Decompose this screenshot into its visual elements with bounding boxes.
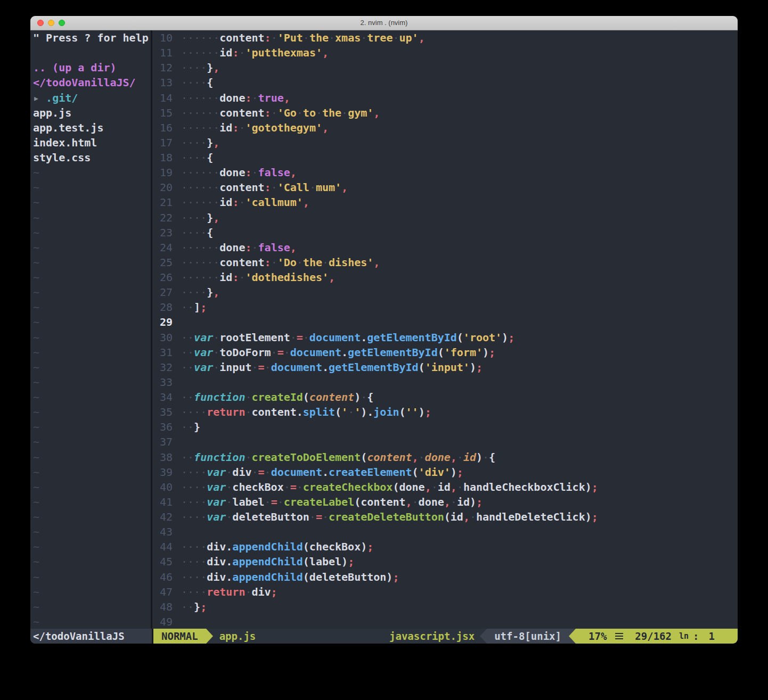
line-number: 12 [152, 60, 173, 75]
empty-buffer-tilde: ~ [30, 375, 151, 390]
code-line-16[interactable]: 16······id:·'gotothegym', [152, 120, 738, 135]
empty-buffer-tilde: ~ [30, 570, 151, 584]
code-line-30[interactable]: 30··var·rootElement·=·document.getElemen… [152, 330, 738, 345]
code-line-35[interactable]: 35····return·content.split('·').join('')… [152, 405, 738, 419]
code-line-23[interactable]: 23····{ [152, 225, 738, 240]
cursor-line-total: 29/162 [635, 629, 672, 644]
code-line-49[interactable]: 49 [152, 614, 738, 629]
code-line-39[interactable]: 39····var·div·=·document.createElement('… [152, 465, 738, 480]
code-line-17[interactable]: 17····}, [152, 135, 738, 150]
explorer-item-up-a-dir[interactable]: .. (up a dir) [30, 60, 151, 75]
code-line-28[interactable]: 28··]; [152, 300, 738, 315]
code-line-42[interactable]: 42····var·deleteButton·=·createDeleteBut… [152, 509, 738, 524]
editor-area: " Press ? for help.. (up a dir)</todoVan… [30, 30, 738, 629]
explorer-item-help-line: " Press ? for help [30, 30, 151, 45]
code-line-26[interactable]: 26······id:·'dothedishes', [152, 270, 738, 285]
code-line-31[interactable]: 31··var·toDoForm·=·document.getElementBy… [152, 345, 738, 360]
code-line-48[interactable]: 48··}; [152, 599, 738, 614]
empty-buffer-tilde: ~ [30, 240, 151, 255]
explorer-item-file-app-js[interactable]: app.js [30, 105, 151, 120]
code-line-36[interactable]: 36··} [152, 419, 738, 434]
code-line-20[interactable]: 20······content:·'Call·mum', [152, 180, 738, 195]
code-line-14[interactable]: 14······done:·true, [152, 90, 738, 105]
titlebar[interactable]: 2. nvim . (nvim) [30, 16, 738, 30]
line-number: 39 [152, 465, 173, 480]
empty-buffer-tilde: ~ [30, 539, 151, 554]
code-line-15[interactable]: 15······content:·'Go·to·the·gym', [152, 105, 738, 120]
code-line-41[interactable]: 41····var·label·=·createLabel(content,·d… [152, 495, 738, 509]
mode-indicator: NORMAL [153, 629, 206, 644]
statusline-encoding: utf-8[unix] [487, 629, 569, 644]
code-text: ······done:·true, [173, 90, 290, 105]
code-text: ····{ [173, 150, 213, 165]
code-line-21[interactable]: 21······id:·'callmum', [152, 195, 738, 210]
code-text: ····{ [173, 225, 213, 240]
code-text: ····return·content.split('·').join(''); [173, 405, 431, 419]
code-text: ····{ [173, 75, 213, 90]
line-number: 44 [152, 539, 173, 554]
line-number: 18 [152, 150, 173, 165]
empty-buffer-tilde: ~ [30, 405, 151, 419]
code-text: ····div.appendChild(deleteButton); [173, 570, 399, 584]
code-line-47[interactable]: 47····return·div; [152, 584, 738, 599]
code-text: ··} [173, 419, 200, 434]
code-line-13[interactable]: 13····{ [152, 75, 738, 90]
code-line-11[interactable]: 11······id:·'putthexmas', [152, 45, 738, 60]
line-number: 29 [152, 315, 173, 330]
line-number: 26 [152, 270, 173, 285]
file-explorer: " Press ? for help.. (up a dir)</todoVan… [30, 30, 151, 629]
code-line-10[interactable]: 10······content:·'Put·the·xmas·tree·up', [152, 30, 738, 45]
code-text [173, 434, 181, 449]
line-number: 27 [152, 285, 173, 300]
code-line-43[interactable]: 43 [152, 524, 738, 539]
code-line-44[interactable]: 44····div.appendChild(checkBox); [152, 539, 738, 554]
statusline-position: 17% 29/162 ln : 1 [576, 629, 738, 644]
code-line-19[interactable]: 19······done:·false, [152, 165, 738, 180]
code-text: ······content:·'Do·the·dishes', [173, 255, 380, 270]
line-number: 38 [152, 450, 173, 465]
code-text [173, 375, 181, 390]
empty-buffer-tilde: ~ [30, 434, 151, 449]
empty-buffer-tilde: ~ [30, 195, 151, 210]
zoom-button[interactable] [59, 20, 65, 26]
minimize-button[interactable] [48, 20, 54, 26]
code-text: ····var·div·=·document.createElement('di… [173, 465, 463, 480]
empty-buffer-tilde: ~ [30, 330, 151, 345]
code-line-24[interactable]: 24······done:·false, [152, 240, 738, 255]
code-text: ··}; [173, 599, 207, 614]
line-number: 48 [152, 599, 173, 614]
code-text: ······done:·false, [173, 165, 297, 180]
code-line-25[interactable]: 25······content:·'Do·the·dishes', [152, 255, 738, 270]
explorer-item-file-style-css[interactable]: style.css [30, 150, 151, 165]
empty-buffer-tilde: ~ [30, 524, 151, 539]
code-line-45[interactable]: 45····div.appendChild(label); [152, 554, 738, 569]
chevron-right-icon[interactable]: ▸ [33, 92, 46, 104]
code-line-33[interactable]: 33 [152, 375, 738, 390]
close-button[interactable] [37, 20, 44, 26]
code-line-29[interactable]: 29 [152, 315, 738, 330]
code-line-46[interactable]: 46····div.appendChild(deleteButton); [152, 570, 738, 584]
code-text: ······content:·'Call·mum', [173, 180, 348, 195]
line-number: 20 [152, 180, 173, 195]
code-line-22[interactable]: 22····}, [152, 210, 738, 225]
statusline-spacer [256, 629, 389, 644]
powerline-separator-icon [569, 629, 576, 644]
code-line-12[interactable]: 12····}, [152, 60, 738, 75]
code-line-37[interactable]: 37 [152, 434, 738, 449]
line-number: 36 [152, 419, 173, 434]
line-number: 13 [152, 75, 173, 90]
code-line-27[interactable]: 27····}, [152, 285, 738, 300]
line-number: 34 [152, 390, 173, 405]
explorer-item-dir-git[interactable]: ▸ .git/ [30, 90, 151, 105]
line-number: 45 [152, 554, 173, 569]
explorer-item-file-index-html[interactable]: index.html [30, 135, 151, 150]
code-text: ····}, [173, 60, 219, 75]
code-line-34[interactable]: 34··function·createId(content)·{ [152, 390, 738, 405]
line-number: 15 [152, 105, 173, 120]
code-line-32[interactable]: 32··var·input·=·document.getElementById(… [152, 360, 738, 375]
code-line-38[interactable]: 38··function·createToDoElement(content,·… [152, 450, 738, 465]
code-line-40[interactable]: 40····var·checkBox·=·createCheckbox(done… [152, 480, 738, 495]
explorer-item-file-app-test-js[interactable]: app.test.js [30, 120, 151, 135]
line-number: 32 [152, 360, 173, 375]
code-line-18[interactable]: 18····{ [152, 150, 738, 165]
